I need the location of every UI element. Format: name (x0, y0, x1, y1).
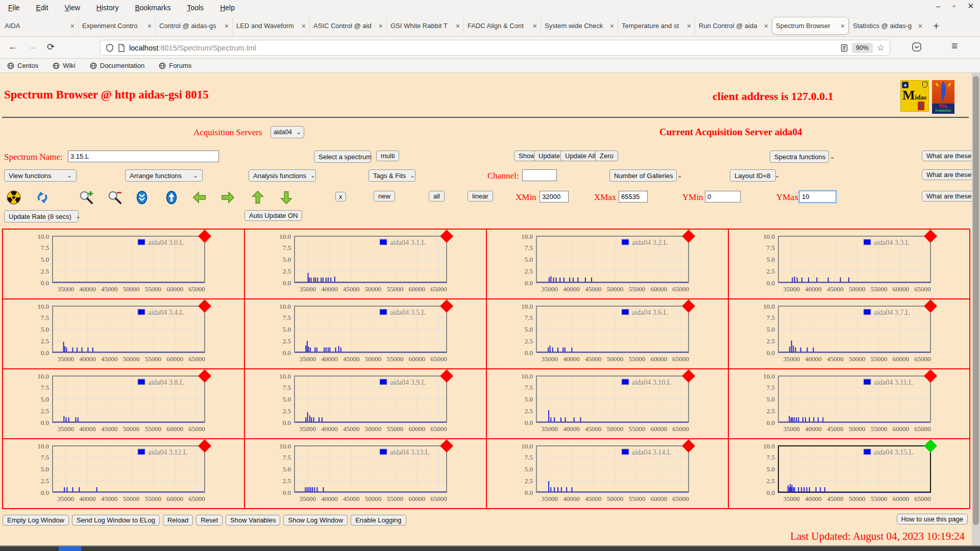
update-button[interactable]: Update (534, 151, 565, 161)
auto-update-button[interactable]: Auto Update ON (244, 210, 302, 221)
spectrum-cell-aida04-3-3-L[interactable]: 0.02.55.07.510.0350004000045000500005500… (728, 229, 970, 299)
tab-statistics-aidas-g[interactable]: Statistics @ aidas-g× (849, 17, 926, 35)
tab-close-icon[interactable]: × (456, 22, 460, 30)
spectra-functions-dropdown[interactable]: Spectra functions⌄ (770, 151, 829, 163)
tab-close-icon[interactable]: × (687, 22, 691, 30)
update-all-button[interactable]: Update All (560, 151, 600, 161)
tab-asic-control-aid[interactable]: ASIC Control @ aid× (309, 17, 386, 35)
new-tab-button[interactable]: + (933, 20, 939, 32)
tab-control-aidas-gs[interactable]: Control @ aidas-gs× (155, 17, 232, 35)
shield-icon[interactable] (106, 44, 114, 52)
tab-aida[interactable]: AIDA× (1, 17, 78, 35)
tab-close-icon[interactable]: × (764, 22, 768, 30)
all-button[interactable]: all (429, 191, 445, 202)
tab-close-icon[interactable]: × (610, 22, 614, 30)
tab-led-and-waveform[interactable]: LED and Waveform× (232, 17, 309, 35)
zoom-level-badge[interactable]: 90% (852, 43, 873, 53)
tags-fits-dropdown[interactable]: Tags & Fits⌄ (369, 169, 415, 182)
what-are-these-button-2[interactable]: What are these? (922, 169, 979, 180)
channel-input[interactable] (522, 169, 557, 181)
menu-help[interactable]: Help (220, 4, 235, 12)
tab-temperature-and-st[interactable]: Temperature and st× (618, 17, 695, 35)
tab-close-icon[interactable]: × (918, 22, 922, 30)
refresh-icon[interactable] (35, 190, 50, 205)
scrollbar-thumb[interactable] (973, 76, 979, 525)
spectrum-cell-aida04-3-0-L[interactable]: 0.02.55.07.510.0350004000045000500005500… (3, 229, 244, 299)
multi-button[interactable]: multi (376, 151, 399, 161)
update-rate-dropdown[interactable]: Update Rate (8 secs)⌄ (4, 210, 79, 222)
tab-close-icon[interactable]: × (225, 22, 229, 30)
spectrum-cell-aida04-3-5-L[interactable]: 0.02.55.07.510.0350004000045000500005500… (244, 299, 486, 369)
vertical-scrollbar[interactable] (972, 73, 980, 551)
radioactive-icon[interactable] (6, 190, 21, 205)
bookmark-forums[interactable]: Forums (159, 62, 191, 69)
what-are-these-button-1[interactable]: What are these? (922, 151, 979, 161)
menu-tools[interactable]: Tools (187, 4, 204, 12)
number-of-galleries-dropdown[interactable]: Number of Galleries⌄ (609, 169, 677, 182)
tab-experiment-contro[interactable]: Experiment Contro× (78, 17, 155, 35)
tab-close-icon[interactable]: × (379, 22, 383, 30)
x-button[interactable]: x (335, 192, 346, 202)
menu-view[interactable]: View (65, 4, 80, 12)
linear-button[interactable]: linear (468, 191, 493, 202)
empty-log-window-button[interactable]: Empty Log Window (3, 515, 69, 525)
how-to-use-button[interactable]: How to use this page (897, 514, 968, 524)
spectrum-cell-aida04-3-2-L[interactable]: 0.02.55.07.510.0350004000045000500005500… (486, 229, 728, 299)
tab-close-icon[interactable]: × (841, 22, 845, 30)
spectrum-cell-aida04-3-13-L[interactable]: 0.02.55.07.510.0350004000045000500005500… (244, 439, 486, 509)
spectrum-cell-aida04-3-4-L[interactable]: 0.02.55.07.510.0350004000045000500005500… (3, 299, 244, 369)
spectrum-cell-aida04-3-7-L[interactable]: 0.02.55.07.510.0350004000045000500005500… (728, 299, 970, 369)
menu-bookmarks[interactable]: Bookmarks (135, 4, 170, 12)
menu-edit[interactable]: Edit (36, 4, 48, 12)
arrow-right-icon[interactable] (220, 190, 235, 205)
menu-file[interactable]: File (8, 4, 20, 12)
tab-close-icon[interactable]: × (70, 22, 75, 30)
hamburger-menu-icon[interactable]: ≡ (951, 40, 958, 52)
spectrum-cell-aida04-3-12-L[interactable]: 0.02.55.07.510.0350004000045000500005500… (3, 439, 244, 509)
spectrum-cell-aida04-3-8-L[interactable]: 0.02.55.07.510.0350004000045000500005500… (3, 369, 244, 439)
tab-gsi-white-rabbit-t[interactable]: GSI White Rabbit T× (386, 17, 463, 35)
select-spectrum-dropdown[interactable]: Select a spectrum⌄ (314, 151, 371, 163)
forward-button[interactable]: → (28, 41, 37, 52)
tab-close-icon[interactable]: × (302, 22, 306, 30)
analysis-functions-dropdown[interactable]: Analysis functions⌄ (249, 169, 316, 182)
show-variables-button[interactable]: Show Variables (226, 515, 280, 525)
ymin-input[interactable] (705, 191, 741, 203)
xmin-input[interactable] (540, 191, 569, 203)
enable-logging-button[interactable]: Enable Logging (351, 515, 406, 525)
zero-button[interactable]: Zero (595, 151, 618, 161)
ymax-input[interactable] (799, 191, 836, 203)
spectrum-cell-aida04-3-14-L[interactable]: 0.02.55.07.510.0350004000045000500005500… (486, 439, 728, 509)
reader-mode-icon[interactable] (841, 44, 848, 52)
arrange-functions-dropdown[interactable]: Arrange functions⌄ (125, 169, 203, 182)
spectrum-cell-aida04-3-11-L[interactable]: 0.02.55.07.510.0350004000045000500005500… (728, 369, 970, 439)
bookmark-documentation[interactable]: Documentation (90, 62, 144, 69)
zoom-in-icon[interactable] (79, 190, 94, 205)
zoom-out-icon[interactable] (107, 190, 122, 205)
what-are-these-button-3[interactable]: What are these? (922, 191, 979, 202)
collapse-vertical-icon[interactable] (134, 190, 150, 205)
spectrum-cell-aida04-3-9-L[interactable]: 0.02.55.07.510.0350004000045000500005500… (244, 369, 486, 439)
new-button[interactable]: new (374, 191, 395, 202)
send-log-window-to-elog-button[interactable]: Send Log Window to ELog (72, 515, 160, 525)
layout-id-dropdown[interactable]: Layout ID=8⌄ (730, 169, 776, 182)
bookmark-wiki[interactable]: Wiki (53, 62, 76, 69)
acquisition-server-select[interactable]: aida04⌄ (271, 126, 304, 138)
view-functions-dropdown[interactable]: View functions⌄ (4, 169, 77, 182)
pocket-icon[interactable] (912, 42, 922, 52)
arrow-left-icon[interactable] (192, 190, 207, 205)
minimize-button[interactable]: – (936, 2, 940, 11)
tab-close-icon[interactable]: × (533, 22, 537, 30)
bookmark-centos[interactable]: Centos (7, 62, 38, 69)
tab-run-control-aida[interactable]: Run Control @ aida× (695, 17, 772, 35)
expand-vertical-icon[interactable] (164, 190, 179, 205)
spectrum-cell-aida04-3-10-L[interactable]: 0.02.55.07.510.0350004000045000500005500… (486, 369, 728, 439)
reset-button[interactable]: Reset (196, 515, 223, 525)
spectrum-cell-aida04-3-1-L[interactable]: 0.02.55.07.510.0350004000045000500005500… (244, 229, 486, 299)
menu-history[interactable]: History (96, 4, 119, 12)
bookmark-star-icon[interactable]: ☆ (877, 42, 885, 53)
spectrum-cell-aida04-3-6-L[interactable]: 0.02.55.07.510.0350004000045000500005500… (486, 299, 728, 369)
spectrum-cell-aida04-3-15-L[interactable]: 0.02.55.07.510.0350004000045000500005500… (728, 439, 970, 509)
reload-button[interactable]: Reload (163, 515, 193, 525)
show-log-window-button[interactable]: Show Log Window (283, 515, 348, 525)
